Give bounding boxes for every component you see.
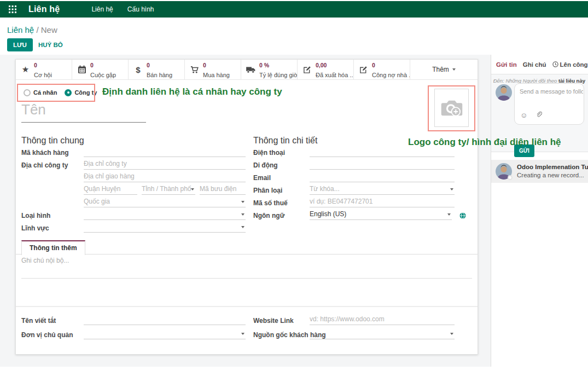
- street2-input[interactable]: [84, 172, 246, 182]
- customer-source-select[interactable]: [310, 329, 455, 339]
- add-photo-button[interactable]: [434, 89, 469, 127]
- city-input[interactable]: [84, 185, 137, 195]
- stat-value: 0: [372, 62, 375, 68]
- state-select[interactable]: Tỉnh / Thành phố: [142, 185, 195, 195]
- short-name-label: Tên viết tắt: [21, 317, 56, 325]
- radio-circle-icon: [24, 89, 31, 96]
- state-placeholder: Tỉnh / Thành phố: [142, 185, 191, 193]
- vat-input[interactable]: [310, 198, 455, 207]
- company-kind-select[interactable]: [84, 210, 246, 220]
- message-header: Odoo Implemenation Tung - 2 p: [517, 164, 588, 170]
- mobile-label: Di động: [253, 161, 278, 169]
- content-background: ★ 0 Cơ hội 0 Cuộc gặp $ 0 Bán hàng: [0, 55, 491, 367]
- customer-code-input[interactable]: [84, 147, 246, 157]
- nav-menu-contacts[interactable]: Liên hệ: [91, 5, 113, 13]
- stat-invoiced[interactable]: 0,00 Đã xuất hóa ...: [298, 60, 354, 79]
- chevron-down-icon: [241, 201, 244, 203]
- stat-purchases[interactable]: 0 Mua hàng: [185, 60, 241, 79]
- section-divider: [16, 306, 478, 307]
- status-badge: [508, 175, 513, 180]
- stat-sales[interactable]: $ 0 Bán hàng: [129, 60, 185, 79]
- stat-button-row: ★ 0 Cơ hội 0 Cuộc gặp $ 0 Bán hàng: [16, 60, 478, 80]
- industry-select[interactable]: [84, 223, 246, 233]
- address-label: Địa chỉ công ty: [21, 161, 68, 169]
- camera-plus-icon: [440, 98, 464, 118]
- country-select[interactable]: Quốc gia: [84, 198, 246, 207]
- message-body: Creating a new record...: [517, 172, 584, 178]
- paperclip-icon[interactable]: [535, 110, 542, 120]
- cart-icon: [190, 66, 199, 74]
- zip-input[interactable]: [200, 185, 246, 195]
- stat-value: 0 %: [259, 62, 269, 68]
- tab-schedule-activity[interactable]: Lên công việc: [552, 61, 588, 68]
- tags-label: Phân loại: [253, 187, 282, 194]
- chevron-down-icon: [241, 333, 244, 335]
- radio-individual[interactable]: Cá nhân: [24, 89, 57, 96]
- parent-company-select[interactable]: [84, 329, 246, 339]
- stat-label: Mua hàng: [203, 72, 230, 78]
- stat-opportunities[interactable]: ★ 0 Cơ hội: [16, 60, 72, 79]
- truck-icon: [246, 66, 255, 73]
- stat-on-time-rate[interactable]: 0 % Tỷ lệ đúng giờ: [241, 60, 298, 79]
- internal-notes-textarea[interactable]: [21, 257, 472, 279]
- tags-placeholder: Từ khóa...: [310, 185, 340, 193]
- street-input[interactable]: [84, 160, 246, 170]
- mobile-input[interactable]: [310, 160, 455, 170]
- clock-icon: [552, 61, 558, 67]
- stat-label: Cơ hội: [34, 72, 52, 78]
- customer-code-label: Mã khách hàng: [21, 149, 69, 157]
- stat-vendor-payable[interactable]: 0 Công nợ nhà ...: [354, 60, 410, 79]
- chevron-down-icon: [450, 188, 453, 190]
- tab-log-note[interactable]: Ghi chú: [523, 61, 546, 68]
- message-input[interactable]: [520, 88, 583, 95]
- stat-value: 0: [34, 62, 37, 68]
- emoji-icon[interactable]: ☺: [520, 112, 527, 119]
- tags-select[interactable]: Từ khóa...: [310, 185, 455, 195]
- radio-selected-icon: [65, 89, 72, 96]
- chatter-message[interactable]: Odoo Implemenation Tung - 2 p Creating a…: [491, 160, 588, 183]
- breadcrumb-parent[interactable]: Liên hệ: [7, 25, 34, 34]
- tab-schedule-activity-label: Lên công việc: [560, 61, 588, 68]
- save-button[interactable]: LƯU: [7, 38, 33, 51]
- top-navbar: Liên hệ Liên hệ Cấu hình: [0, 1, 588, 18]
- vat-label: Mã số thuế: [253, 199, 288, 207]
- page: Liên hệ Liên hệ Cấu hình Liên hệ / New L…: [0, 0, 588, 376]
- chevron-down-icon: [452, 68, 456, 71]
- composer-icons: ☺: [520, 110, 542, 120]
- website-input[interactable]: [310, 315, 455, 325]
- more-stats-label: Thêm: [432, 66, 449, 73]
- discard-button[interactable]: HUỶ BỎ: [33, 38, 68, 51]
- globe-icon[interactable]: [459, 211, 466, 221]
- message-author: Odoo Implemenation Tung: [517, 164, 588, 170]
- stat-label: Tỷ lệ đúng giờ: [259, 72, 297, 78]
- chevron-down-icon: [450, 333, 453, 335]
- stat-label: Công nợ nhà ...: [372, 72, 410, 78]
- composer-box: ☺: [514, 83, 584, 125]
- short-name-input[interactable]: [84, 315, 246, 325]
- tab-extra-info[interactable]: Thông tin thêm: [21, 240, 85, 255]
- nav-menu-configuration[interactable]: Cấu hình: [127, 5, 154, 13]
- more-stats-button[interactable]: Thêm: [410, 60, 478, 79]
- radio-company[interactable]: Công ty: [65, 89, 97, 96]
- name-input[interactable]: [21, 101, 146, 123]
- tab-send-message[interactable]: Gửi tin: [496, 61, 517, 68]
- notebook-tab-strip: Thông tin thêm: [16, 240, 478, 254]
- app-title: Liên hệ: [28, 4, 60, 14]
- email-label: Email: [253, 174, 271, 182]
- contact-form: ★ 0 Cơ hội 0 Cuộc gặp $ 0 Bán hàng: [15, 59, 478, 355]
- stat-value: 0,00: [316, 62, 327, 68]
- company-kind-label: Loại hình: [21, 212, 50, 219]
- edit-icon: [359, 66, 368, 74]
- radio-individual-label: Cá nhân: [33, 89, 57, 96]
- website-label: Website Link: [253, 317, 294, 325]
- stat-value: 0: [147, 62, 150, 68]
- email-input[interactable]: [310, 172, 455, 182]
- stat-meetings[interactable]: 0 Cuộc gặp: [72, 60, 129, 79]
- stat-value: 0: [90, 62, 94, 68]
- language-label: Ngôn ngữ: [253, 212, 284, 219]
- section-title-general: Thông tin chung: [21, 136, 84, 146]
- apps-menu-icon[interactable]: [9, 5, 16, 13]
- industry-label: Lĩnh vực: [21, 224, 49, 232]
- language-select[interactable]: English (US): [310, 210, 452, 220]
- phone-input[interactable]: [310, 147, 455, 157]
